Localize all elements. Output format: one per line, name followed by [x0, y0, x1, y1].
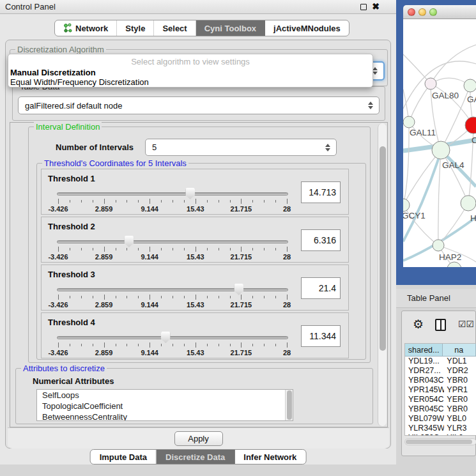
tick-mark [207, 248, 208, 250]
network-node-gcy1[interactable] [403, 199, 410, 211]
minimize-traffic-light[interactable] [418, 8, 426, 16]
table-row[interactable]: YPR145WYPR1 [405, 385, 476, 395]
slider-track[interactable] [57, 336, 288, 339]
cell-name: YBR0 [444, 404, 476, 414]
slider-thumb[interactable] [161, 332, 171, 343]
table-data-combo[interactable]: galFiltered.sif default node [18, 96, 380, 114]
table-row[interactable]: YIL052CYIL0 [405, 433, 476, 436]
network-edge[interactable] [438, 150, 441, 245]
network-edge[interactable] [431, 45, 476, 84]
column-header-name[interactable]: na [443, 344, 476, 356]
column-header-shared-name[interactable]: shared... [405, 344, 443, 356]
tick-mark [241, 342, 242, 348]
network-node-gal4[interactable] [432, 141, 450, 159]
tick-mark [287, 199, 288, 204]
network-edge[interactable] [403, 122, 409, 205]
table-row[interactable]: YDL19...YDL1 [405, 357, 476, 366]
thresholds-group: Threshold's Coordinates for 5 Intervals … [36, 163, 366, 360]
settings-vertical-scrollbar[interactable] [378, 123, 387, 426]
apply-button[interactable]: Apply [174, 431, 223, 446]
column-layout-icon[interactable] [435, 319, 446, 331]
slider-track[interactable] [57, 288, 288, 291]
algorithm-option-manual-discretization[interactable]: Manual Discretization [10, 68, 96, 77]
attributes-list-scrollbar[interactable] [285, 390, 293, 420]
close-traffic-light[interactable] [408, 8, 415, 16]
gear-icon[interactable]: ⚙ [413, 317, 424, 332]
tick-label: 2.859 [95, 301, 113, 309]
tick-mark [184, 296, 185, 298]
tick-mark [70, 296, 70, 298]
group-title-algorithm: Discretization Algorithm [15, 45, 106, 54]
tick-label: 28 [283, 349, 291, 357]
table-horizontal-scrollbar[interactable] [404, 438, 476, 445]
table-row[interactable]: YLR345WYLR3 [405, 424, 476, 433]
node-label: C [472, 135, 476, 145]
tick-label: 15.43 [187, 253, 204, 261]
table-row[interactable]: YDR27...YDR2 [405, 366, 476, 376]
slider-tick-labels: -3.4262.8599.14415.4321.71528 [58, 253, 287, 261]
tab-impute-data[interactable]: Impute Data [91, 450, 157, 464]
tick-mark [127, 200, 127, 203]
tick-mark [252, 296, 253, 298]
table-hscroll-thumb[interactable] [406, 440, 472, 444]
tick-label: 21.715 [231, 349, 252, 357]
network-edge-highlighted[interactable] [403, 153, 440, 242]
attribute-item-betweennesscentrality[interactable]: BetweennessCentrality [37, 411, 293, 421]
slider-track[interactable] [57, 192, 288, 196]
network-node-gal11[interactable] [403, 116, 415, 128]
close-icon[interactable]: ✖ [372, 1, 380, 12]
table-row[interactable]: YER054CYER0 [405, 395, 476, 404]
table-row[interactable]: YBL079WYBL0 [405, 414, 476, 424]
network-graph: GAL80GACGAL11GAL4GCY1HHAP2 [403, 19, 476, 267]
panel-title: Control Panel [5, 2, 56, 12]
cell-shared-name: YBL079W [405, 414, 444, 424]
tick-mark [127, 248, 127, 250]
tick-label: 15.43 [187, 205, 204, 213]
threshold-value-field[interactable]: 21.4 [301, 277, 341, 299]
threshold-value-field[interactable]: 14.713 [301, 181, 341, 203]
attribute-item-topologicalcoefficient[interactable]: TopologicalCoefficient [37, 401, 293, 411]
tick-mark [241, 199, 242, 204]
tick-mark [230, 344, 231, 346]
attributes-scroll-thumb[interactable] [287, 390, 292, 420]
slider-thumb[interactable] [185, 188, 195, 199]
network-node-gal80[interactable] [425, 78, 436, 89]
tab-infer-network[interactable]: Infer Network [234, 450, 305, 464]
table-row[interactable]: YBR045CYBR0 [405, 404, 476, 414]
slider-thumb[interactable] [234, 284, 243, 295]
attribute-item-selfloops[interactable]: SelfLoops [37, 390, 293, 401]
node-label: HAP2 [439, 252, 461, 262]
threshold-panel-2: Threshold 2-3.4262.8599.14415.4321.71528… [41, 217, 349, 263]
table-data-group: Table Data galFiltered.sif default node [12, 86, 385, 121]
network-edge[interactable] [409, 84, 431, 122]
tab-cyni-toolbox[interactable]: Cyni Toolbox [196, 20, 265, 36]
settings-scroll-thumb[interactable] [380, 146, 386, 351]
tab-discretize-data[interactable]: Discretize Data [157, 450, 234, 464]
algorithm-option-equal-width-frequency-discretization[interactable]: Equal Width/Frequency Discretization [10, 77, 149, 87]
network-node-h[interactable] [461, 196, 476, 211]
tab-style[interactable]: Style [117, 20, 154, 36]
interval-definition-group: Interval Definition Number of Intervals … [28, 127, 371, 363]
table-row[interactable]: YBR043CYBR0 [405, 376, 476, 385]
threshold-value-field[interactable]: 11.344 [301, 325, 341, 347]
zoom-traffic-light[interactable] [429, 8, 437, 16]
slider-track[interactable] [57, 240, 288, 243]
tab-select[interactable]: Select [154, 20, 196, 36]
tab-label: Cyni Toolbox [204, 24, 256, 33]
threshold-value-field[interactable]: 6.316 [301, 229, 341, 251]
tick-mark [104, 295, 105, 300]
network-canvas[interactable]: GAL80GACGAL11GAL4GCY1HHAP2 [403, 19, 476, 267]
checkboxes-icon[interactable]: ☑☑ [458, 319, 474, 329]
float-icon[interactable] [360, 4, 367, 10]
tick-mark [116, 296, 116, 298]
slider-thumb[interactable] [124, 236, 134, 247]
network-node-ga[interactable] [464, 79, 476, 92]
cell-shared-name: YBR045C [405, 404, 444, 414]
number-of-intervals-combo[interactable]: 5 [145, 139, 337, 156]
network-node-hap2[interactable] [433, 240, 444, 251]
tab-jactivemnodules[interactable]: jActiveMNodules [265, 20, 349, 36]
slider-ticks [58, 342, 287, 348]
tick-mark [58, 342, 59, 348]
tab-network[interactable]: Network [55, 20, 117, 36]
cell-shared-name: YLR345W [405, 424, 444, 433]
